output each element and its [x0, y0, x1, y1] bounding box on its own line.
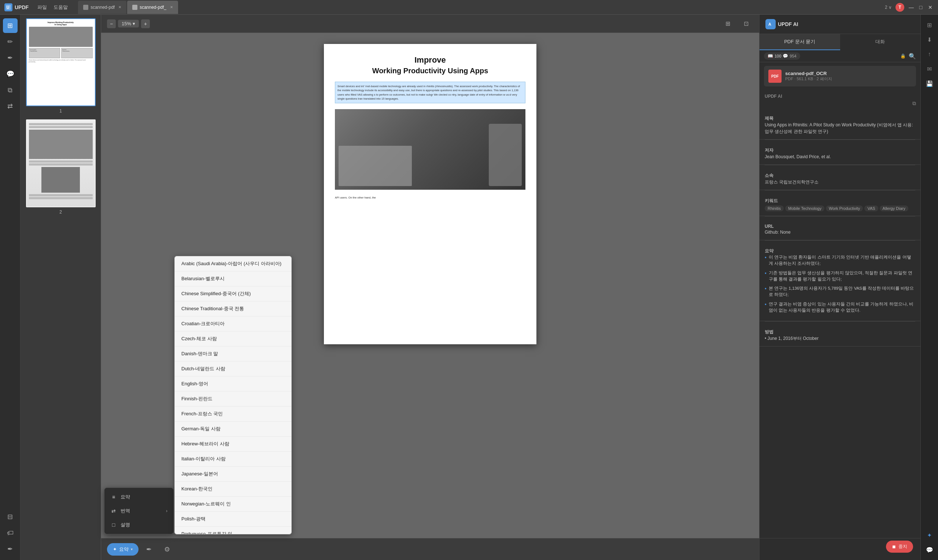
lang-arabic[interactable]: Arabic (Saudi Arabia)-아랍어 (사우디 아라비아)	[175, 256, 291, 271]
lang-korean[interactable]: Korean-한국인	[175, 482, 291, 497]
save-button[interactable]: 💾	[923, 77, 936, 90]
pdf-columns: API users. On the other hand, the	[335, 195, 525, 200]
bottom-toolbar: ✦ 요약 ▾ ✒ ⚙ ≡ 요약 ⇄ 번역 › □ 설명	[101, 538, 759, 560]
lang-belarusian[interactable]: Belarusian-벨로루시	[175, 271, 291, 286]
user-avatar[interactable]: T	[895, 3, 904, 12]
edit-pdf-button[interactable]: ✒	[3, 51, 18, 65]
organize-button[interactable]: ⧉	[3, 83, 18, 97]
updf-bottom-button[interactable]: ✦	[923, 529, 936, 542]
menu-file[interactable]: 파일	[37, 4, 47, 11]
toolbar-right: ⊞ ⊡	[720, 17, 753, 31]
ai-summarize-button[interactable]: ✦ 요약 ▾	[107, 543, 139, 555]
lang-chinese-traditional[interactable]: Chinese Traditional-중국 전통	[175, 302, 291, 317]
lang-danish[interactable]: Danish-덴마크 말	[175, 346, 291, 362]
zoom-out-button[interactable]: −	[107, 19, 116, 28]
title-value: Using Apps in Rhinitis: A Pilot Study on…	[765, 122, 915, 135]
view-mode-button[interactable]: ⊞	[720, 17, 735, 31]
another-tool-button[interactable]: ⚙	[160, 543, 174, 556]
zoom-controls: − 15% ▾ +	[107, 19, 150, 28]
token-messages: 954	[790, 54, 796, 58]
svg-text:A: A	[769, 22, 771, 26]
lang-finnish[interactable]: Finnish-핀란드	[175, 392, 291, 406]
main-content-area: − 15% ▾ + ⊞ ⊡ Improve Working Productivi…	[101, 15, 759, 560]
ai-button-dropdown-arrow: ▾	[131, 547, 132, 551]
bullet-dot-3: •	[765, 286, 767, 292]
context-menu-summarize[interactable]: ≡ 요약	[105, 490, 173, 504]
maximize-button[interactable]: □	[918, 4, 924, 11]
lang-chinese-simplified[interactable]: Chinese Simplified-중국어 (간체)	[175, 286, 291, 302]
tab-1-close[interactable]: ✕	[119, 5, 121, 9]
thumbnail-1-image[interactable]: Improve Working ProductivityIn Using App…	[26, 18, 95, 106]
lang-italian[interactable]: Italian-이탈리아 사람	[175, 452, 291, 467]
pdf-highlighted-block: Smart devices and int⁻rnet-based mobile …	[335, 82, 525, 103]
summary-label: 요약	[765, 248, 915, 254]
version-label: 2 ∨	[885, 5, 892, 10]
zoom-level-display[interactable]: 15% ▾	[118, 20, 139, 28]
pen-icon-btn[interactable]: ✒	[3, 542, 18, 556]
mail-button[interactable]: ✉	[923, 62, 936, 75]
comment-button[interactable]: 💬	[3, 67, 18, 81]
thumbnail-2-label: 2	[59, 209, 62, 215]
lang-english[interactable]: English-영어	[175, 377, 291, 392]
convert-button[interactable]: ⇄	[3, 99, 18, 114]
zoom-in-button[interactable]: +	[141, 19, 150, 28]
lang-dutch[interactable]: Dutch-네덜란드 사람	[175, 362, 291, 377]
bullet-dot-2: •	[765, 270, 767, 276]
lang-japanese[interactable]: Japanese-일본어	[175, 467, 291, 482]
expand-button[interactable]: ⊞	[923, 18, 936, 31]
download-button[interactable]: ⬇	[923, 33, 936, 46]
close-button[interactable]: ✕	[927, 4, 933, 11]
svg-text:U: U	[6, 6, 9, 9]
minimize-button[interactable]: —	[908, 4, 915, 11]
context-menu-translate[interactable]: ⇄ 번역 ›	[105, 504, 173, 518]
lang-polish[interactable]: Polish-광택	[175, 512, 291, 527]
lang-portuguese[interactable]: Portuguese-포르투갈 인	[175, 527, 291, 534]
tab-ask-pdf[interactable]: PDF 문서 묻기	[759, 34, 840, 50]
lang-czech[interactable]: Czech-체코 사람	[175, 331, 291, 346]
bookmark-icon-btn[interactable]: 🏷	[3, 526, 18, 540]
annotation-button[interactable]: ✏	[3, 34, 18, 49]
file-info-card: PDF scanned-pdf_OCR PDF · 561.1 KB · 2 페…	[764, 66, 916, 86]
right-icon-bar: ⊞ ⬇ ↑ ✉ 💾 ✦ 💬	[920, 15, 938, 560]
tab-1[interactable]: scanned-pdf ✕	[78, 1, 126, 14]
pages-button[interactable]: ⊡	[739, 17, 753, 31]
context-menu-explain[interactable]: □ 설명	[105, 518, 173, 532]
right-panel-tabs: PDF 문서 묻기 대화	[759, 34, 920, 50]
bullet-dot-4: •	[765, 302, 767, 307]
thumbnail-page-2[interactable]: 2	[24, 119, 97, 215]
bullet-dot-1: •	[765, 255, 767, 260]
url-label: URL	[765, 224, 915, 229]
file-details: scanned-pdf_OCR PDF · 561.1 KB · 2 페이지	[785, 71, 912, 82]
thumbnail-2-image[interactable]	[26, 119, 95, 207]
file-meta: PDF · 561.1 KB · 2 페이지	[785, 76, 912, 82]
pdf-page-photo	[335, 109, 525, 190]
tab-2[interactable]: scanned-pdf_ ✕	[127, 1, 178, 14]
copy-icon[interactable]: ⧉	[912, 100, 916, 106]
tab-chat[interactable]: 대화	[840, 34, 921, 50]
explain-icon: □	[110, 522, 117, 528]
lang-norwegian[interactable]: Norwegian-노르웨이 인	[175, 497, 291, 512]
context-menu: ≡ 요약 ⇄ 번역 › □ 설명	[104, 488, 174, 534]
lang-german[interactable]: German-독일 사람	[175, 422, 291, 437]
search-icon[interactable]: 🔍	[909, 53, 916, 60]
lang-hebrew[interactable]: Hebrew-헤브라이 사람	[175, 437, 291, 452]
stamp-tool-button[interactable]: ✒	[142, 543, 156, 556]
chat-stop-button[interactable]: ⏹ 중지	[886, 541, 913, 553]
pdf-page-title: Improve Working Productivity Using Apps	[335, 55, 525, 76]
menu-help[interactable]: 도움말	[54, 4, 68, 11]
chat-icon-bottom[interactable]: 💬	[923, 543, 936, 556]
layers-icon-btn[interactable]: ⊟	[3, 509, 18, 524]
updf-ai-icon: A	[765, 19, 776, 29]
lang-croatian[interactable]: Croatian-크로아티아	[175, 317, 291, 331]
tab-2-close[interactable]: ✕	[170, 5, 173, 9]
summary-bullet-3: • 본 연구는 1,136명의 사용자가 5,789일 동안 VAS를 작성한 …	[765, 285, 915, 298]
thumbnail-panel: Improve Working ProductivityIn Using App…	[20, 15, 101, 560]
thumbnail-page-1[interactable]: Improve Working ProductivityIn Using App…	[24, 18, 97, 114]
lang-french[interactable]: French-프랑스 국민	[175, 406, 291, 422]
share-button[interactable]: ↑	[923, 48, 936, 61]
summary-text-3: 본 연구는 1,136명의 사용자가 5,789일 동안 VAS를 작성한 데이…	[769, 285, 915, 298]
keyword-vas: VAS	[864, 205, 878, 211]
thumbnail-view-button[interactable]: ⊞	[3, 18, 18, 33]
language-dropdown: Arabic (Saudi Arabia)-아랍어 (사우디 아라비아) Bel…	[174, 256, 292, 534]
lock-icon: 🔒	[900, 54, 906, 58]
